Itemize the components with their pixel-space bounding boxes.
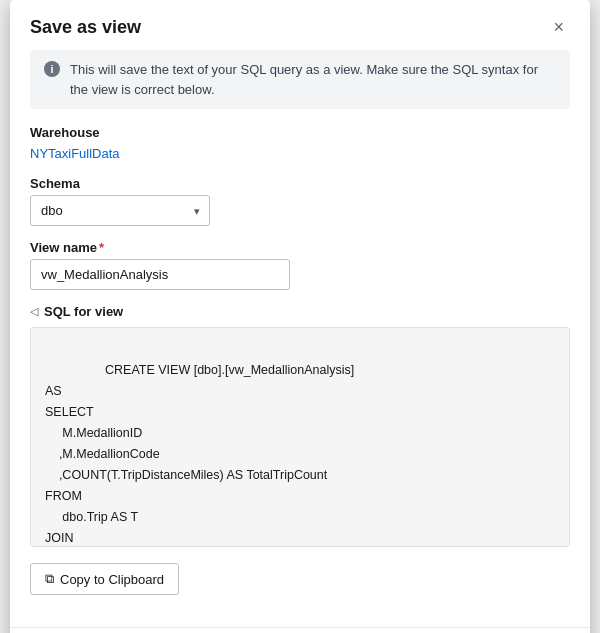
copy-to-clipboard-button[interactable]: ⧉ Copy to Clipboard — [30, 563, 179, 595]
warehouse-section: Warehouse NYTaxiFullData — [30, 125, 570, 162]
dialog-body: i This will save the text of your SQL qu… — [10, 50, 590, 627]
dialog-header: Save as view × — [10, 0, 590, 50]
info-text: This will save the text of your SQL quer… — [70, 60, 556, 99]
view-name-label: View name* — [30, 240, 570, 255]
copy-section: ⧉ Copy to Clipboard — [30, 559, 570, 595]
clipboard-icon: ⧉ — [45, 571, 54, 587]
view-name-section: View name* — [30, 240, 570, 290]
required-marker: * — [99, 240, 104, 255]
schema-select-wrapper: dbo public staging ▾ — [30, 195, 210, 226]
info-banner: i This will save the text of your SQL qu… — [30, 50, 570, 109]
sql-section-label: SQL for view — [44, 304, 123, 319]
close-button[interactable]: × — [547, 16, 570, 38]
sql-code-text: CREATE VIEW [dbo].[vw_MedallionAnalysis]… — [45, 363, 354, 547]
schema-select[interactable]: dbo public staging — [30, 195, 210, 226]
schema-label: Schema — [30, 176, 570, 191]
sql-section: ◁ SQL for view CREATE VIEW [dbo].[vw_Med… — [30, 304, 570, 547]
warehouse-label: Warehouse — [30, 125, 570, 140]
sql-expand-icon: ◁ — [30, 305, 38, 318]
save-as-view-dialog: Save as view × i This will save the text… — [10, 0, 590, 633]
info-icon: i — [44, 61, 60, 77]
warehouse-link[interactable]: NYTaxiFullData — [30, 146, 120, 161]
copy-button-label: Copy to Clipboard — [60, 572, 164, 587]
schema-section: Schema dbo public staging ▾ — [30, 176, 570, 226]
sql-header[interactable]: ◁ SQL for view — [30, 304, 570, 319]
view-name-input[interactable] — [30, 259, 290, 290]
dialog-footer: OK Cancel — [10, 627, 590, 633]
dialog-title: Save as view — [30, 17, 141, 38]
sql-code-block: CREATE VIEW [dbo].[vw_MedallionAnalysis]… — [30, 327, 570, 547]
